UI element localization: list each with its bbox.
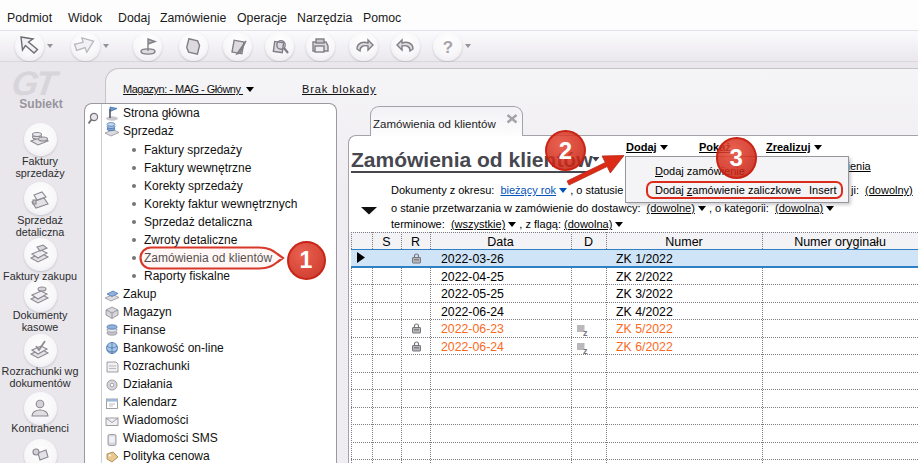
svg-text:?: ? (443, 38, 453, 57)
svg-text:z: z (583, 346, 588, 355)
svg-text:z: z (583, 328, 588, 337)
